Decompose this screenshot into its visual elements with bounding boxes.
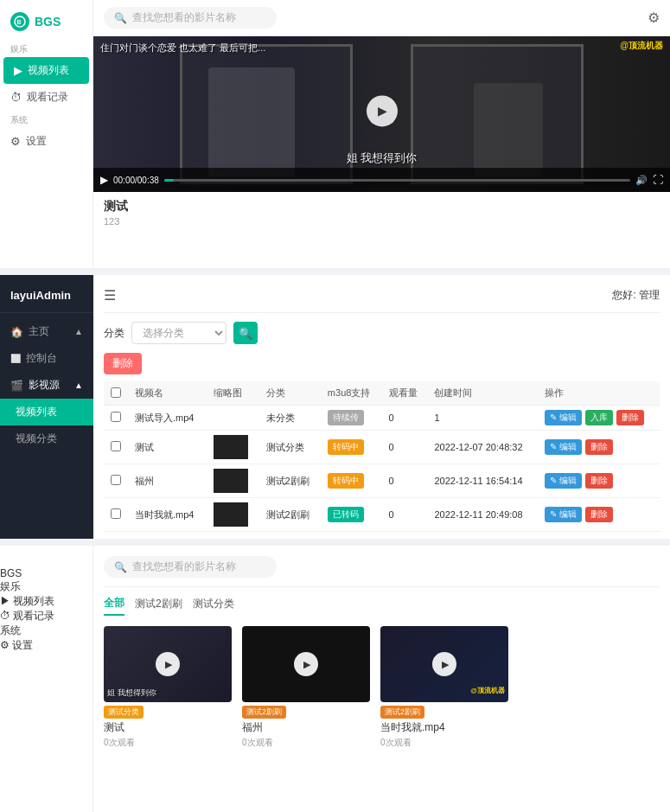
tab-item-1[interactable]: 测试2剧刷 — [135, 597, 182, 615]
video-controls: ▶ 00:00/00:38 🔊 ⛶ — [93, 168, 670, 192]
hamburger-icon[interactable]: ☰ — [104, 287, 116, 304]
time-display: 00:00/00:38 — [113, 176, 159, 185]
delete-row-button[interactable]: 删除 — [585, 507, 613, 522]
table-row: 当时我就.mp4 测试2剧刷 已转码 0 2022-12-11 20:49:08… — [104, 498, 660, 532]
card-title: 测试 — [104, 720, 232, 735]
row-category: 测试2剧刷 — [259, 498, 321, 532]
row-checkbox[interactable] — [111, 441, 121, 451]
edit-button[interactable]: ✎ 编辑 — [545, 410, 582, 425]
section-video-grid: B BGS 娱乐 ▶ 视频列表 ⏱ 观看记录 系统 ⚙ 设置 🔍 查找您想看的影… — [0, 546, 670, 812]
thumbnail — [214, 502, 248, 527]
edit-button[interactable]: ✎ 编辑 — [545, 507, 582, 522]
edit-button[interactable]: ✎ 编辑 — [545, 473, 582, 489]
admin-nav-control[interactable]: ⬜ 控制台 — [0, 345, 93, 372]
row-m3u8: 待续传 — [321, 406, 382, 431]
card-watermark: @顶流机器 — [470, 686, 505, 695]
row-checkbox-cell — [104, 464, 128, 498]
import-button[interactable]: 入库 — [585, 410, 613, 425]
row-checkbox[interactable] — [111, 508, 121, 519]
sidebar-item-video-list[interactable]: ▶ 视频列表 — [3, 57, 89, 84]
sidebar-item-settings[interactable]: ⚙ 设置 — [0, 128, 93, 155]
greeting-text: 您好: 管理 — [612, 288, 660, 303]
row-checkbox-cell — [104, 498, 128, 532]
sidebar-item-3-video-list[interactable]: ▶ 视频列表 — [0, 594, 93, 609]
search-placeholder-3: 查找您想看的影片名称 — [132, 559, 236, 574]
video-top-text: 住门对门谈个恋爱 也太难了 最后可把... — [93, 36, 272, 60]
logo-area-3: B BGS — [0, 553, 93, 579]
nav-group-entertainment: 娱乐 — [0, 40, 93, 57]
card-play-button[interactable] — [432, 652, 456, 676]
admin-sidebar: layuiAdmin 🏠 主页 ▲ ⬜ 控制台 🎬 影视源 ▲ 视频列表 — [0, 275, 93, 539]
sidebar-item-watch-history[interactable]: ⏱ 观看记录 — [0, 84, 93, 111]
table-row: 福州 测试2剧刷 转码中 0 2022-12-11 16:54:14 ✎ 编辑删… — [104, 464, 660, 498]
edit-button[interactable]: ✎ 编辑 — [545, 439, 582, 455]
tab-item-0[interactable]: 全部 — [104, 596, 124, 616]
row-checkbox-cell — [104, 431, 128, 464]
sidebar-item-3-watch-history[interactable]: ⏱ 观看记录 — [0, 609, 93, 623]
video-title: 测试 — [93, 192, 670, 216]
card-play-button[interactable] — [156, 652, 180, 676]
card-play-button[interactable] — [294, 652, 318, 676]
card-category-badge: 测试分类 — [104, 706, 144, 719]
select-all-checkbox[interactable] — [111, 387, 121, 398]
row-actions: ✎ 编辑删除 — [538, 464, 660, 498]
admin-nav-video-category[interactable]: 视频分类 — [0, 425, 93, 452]
search-box-3[interactable]: 🔍 查找您想看的影片名称 — [104, 556, 277, 578]
row-views: 0 — [382, 498, 428, 532]
video-table: 视频名 缩略图 分类 m3u8支持 观看量 创建时间 操作 测试导入.mp4 未… — [104, 381, 660, 532]
row-actions: ✎ 编辑入库删除 — [538, 406, 660, 431]
sidebar-item-3-settings[interactable]: ⚙ 设置 — [0, 638, 93, 653]
card-category-badge: 测试2剧刷 — [242, 706, 286, 719]
col-header-created: 创建时间 — [427, 381, 537, 406]
m3u8-badge: 转码中 — [328, 473, 364, 489]
row-checkbox[interactable] — [111, 475, 121, 485]
col-header-name: 视频名 — [128, 381, 207, 406]
thumbnail — [214, 435, 248, 459]
progress-bar[interactable] — [164, 179, 630, 182]
play-pause-button[interactable]: ▶ — [100, 174, 108, 186]
logo-icon: B — [10, 12, 29, 31]
card-thumbnail: 姐 我想得到你 — [104, 626, 232, 702]
tab-item-2[interactable]: 测试分类 — [193, 597, 234, 615]
delete-row-button[interactable]: 删除 — [616, 410, 644, 425]
sidebar-item-label-video-list: 视频列表 — [28, 63, 69, 78]
delete-button[interactable]: 删除 — [104, 353, 142, 374]
col-header-category: 分类 — [259, 381, 321, 406]
video-card-0[interactable]: 姐 我想得到你 测试分类 测试 0次观看 — [104, 626, 232, 749]
admin-nav-video-list[interactable]: 视频列表 — [0, 399, 93, 425]
category-select[interactable]: 选择分类 — [131, 322, 227, 344]
filter-label: 分类 — [104, 326, 124, 341]
row-created: 2022-12-11 20:49:08 — [427, 498, 537, 532]
row-m3u8: 已转码 — [321, 498, 382, 532]
sidebar-item-3-label-video-list: 视频列表 — [13, 595, 54, 607]
filter-row: 分类 选择分类 🔍 — [104, 322, 660, 344]
settings-icon: ⚙ — [10, 135, 21, 148]
search-placeholder: 查找您想看的影片名称 — [132, 10, 236, 25]
search-icon-3: 🔍 — [114, 561, 127, 573]
video-list-icon: ▶ — [14, 64, 22, 77]
row-m3u8: 转码中 — [321, 431, 382, 464]
delete-row-button[interactable]: 删除 — [585, 439, 613, 455]
row-thumb — [207, 464, 258, 498]
action-btns: ✎ 编辑入库删除 — [545, 410, 653, 425]
video-play-button[interactable] — [367, 95, 398, 126]
table-row: 测试导入.mp4 未分类 待续传 0 1 ✎ 编辑入库删除 — [104, 406, 660, 431]
row-thumb — [207, 498, 258, 532]
video-card-2[interactable]: @顶流机器 测试2剧刷 当时我就.mp4 0次观看 — [380, 626, 508, 749]
settings-gear-icon[interactable]: ⚙ — [648, 10, 660, 26]
sidebar-grid: B BGS 娱乐 ▶ 视频列表 ⏱ 观看记录 系统 ⚙ 设置 — [0, 546, 93, 812]
search-button[interactable]: 🔍 — [233, 322, 258, 344]
fullscreen-icon[interactable]: ⛶ — [653, 174, 663, 186]
admin-nav-home[interactable]: 🏠 主页 ▲ — [0, 318, 93, 345]
action-btns: ✎ 编辑删除 — [545, 507, 653, 522]
search-box[interactable]: 🔍 查找您想看的影片名称 — [104, 7, 277, 29]
row-checkbox[interactable] — [111, 412, 121, 422]
sidebar-player: B BGS 娱乐 ▶ 视频列表 ⏱ 观看记录 系统 ⚙ 设置 — [0, 0, 93, 268]
control-icon: ⬜ — [10, 354, 21, 363]
media-chevron-icon: ▲ — [74, 380, 83, 390]
video-card-1[interactable]: 测试2剧刷 福州 0次观看 — [242, 626, 370, 749]
delete-row-button[interactable]: 删除 — [585, 473, 613, 489]
admin-nav-media[interactable]: 🎬 影视源 ▲ — [0, 372, 93, 399]
volume-icon[interactable]: 🔊 — [635, 175, 648, 186]
row-name: 当时我就.mp4 — [128, 498, 207, 532]
